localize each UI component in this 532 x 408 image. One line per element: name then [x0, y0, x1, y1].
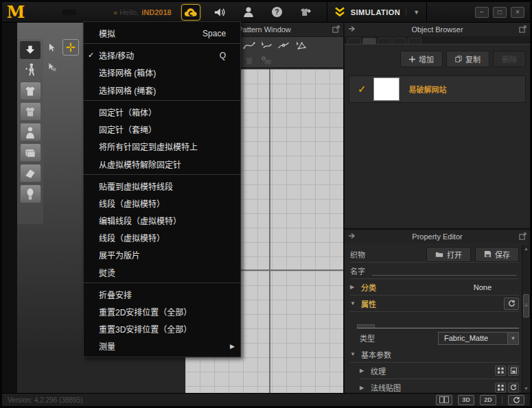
library-thumbnail[interactable] — [20, 184, 41, 203]
trace-tool[interactable] — [259, 53, 274, 67]
menu-option-label: 测量 — [99, 340, 226, 352]
expand-right-icon[interactable] — [360, 368, 367, 374]
help-button[interactable]: ? — [268, 4, 287, 21]
library-thumbnail[interactable] — [20, 164, 41, 182]
dart-tool[interactable] — [242, 53, 257, 67]
open-button[interactable]: 打开 — [426, 247, 471, 262]
menu-option[interactable]: 重置2D安排位置（全部） — [84, 303, 240, 320]
edit-polygon-tool[interactable] — [293, 38, 308, 52]
texture-save-button[interactable] — [508, 365, 519, 376]
menu-option[interactable]: 测量 — [84, 337, 240, 355]
cloud-sync-button[interactable] — [181, 4, 200, 21]
simulation-dropdown-caret[interactable]: ▼ — [406, 9, 419, 16]
menu-option[interactable]: 贴覆到虚拟模特线段 — [84, 178, 240, 195]
view-2d-button[interactable]: 2D — [480, 395, 496, 405]
curve-tool[interactable] — [242, 38, 257, 52]
expand-down-icon[interactable] — [350, 351, 357, 357]
menubar-item[interactable] — [30, 10, 43, 15]
menu-option[interactable]: 选择网格 (箱体) — [84, 64, 240, 81]
maximize-button[interactable]: □ — [493, 7, 507, 18]
pin-tool[interactable] — [43, 58, 60, 75]
scroll-up-icon[interactable]: ▲ — [522, 245, 530, 253]
view-3d-button[interactable]: 3D — [458, 395, 474, 405]
menu-option[interactable]: 线段（虚拟模特） — [84, 229, 240, 246]
material-type-dropdown[interactable]: Fabric_Matte ▼ — [438, 332, 519, 345]
collapse-arrow-icon[interactable] — [348, 232, 356, 239]
menu-option[interactable]: 选择/移动 Q — [84, 47, 240, 64]
split-view-button[interactable] — [436, 395, 452, 405]
download-button[interactable] — [20, 41, 41, 59]
side-tab[interactable] — [394, 325, 410, 328]
property-row[interactable]: 属性 — [350, 296, 519, 312]
library-thumbnail[interactable] — [20, 143, 41, 162]
check-icon[interactable]: ✓ — [358, 83, 367, 95]
menu-option[interactable]: 重置3D安排位置（全部） — [84, 320, 240, 337]
object-browser-tab[interactable] — [378, 38, 391, 44]
library-thumbnail[interactable] — [20, 123, 41, 141]
menu-option-label: 编辑线段（虚拟模特） — [99, 215, 226, 226]
simulation-control[interactable]: SIMULATION ▼ — [327, 2, 428, 23]
library-thumbnail[interactable] — [20, 82, 41, 100]
name-input[interactable] — [372, 266, 516, 276]
scroll-down-icon[interactable]: ▼ — [522, 385, 530, 393]
texture-row[interactable]: 纹理 — [360, 363, 519, 379]
menubar-item[interactable] — [95, 10, 109, 15]
scroll-handle[interactable]: ≡ — [523, 294, 529, 317]
menu-option[interactable]: 编辑线段（虚拟模特） — [84, 212, 240, 229]
object-browser-tab[interactable] — [347, 38, 361, 44]
menu-option[interactable]: 模拟 Space — [84, 24, 240, 44]
category-row[interactable]: 分类 None — [350, 279, 519, 296]
menubar-item[interactable] — [79, 10, 93, 15]
object-browser-tab[interactable] — [362, 38, 376, 44]
side-tab[interactable] — [357, 324, 375, 328]
menu-option[interactable]: 熨烫 — [84, 263, 240, 283]
menu-option[interactable]: 选择网格 (绳套) — [84, 81, 240, 101]
minimize-button[interactable]: − — [475, 7, 489, 18]
menubar-item[interactable] — [46, 10, 60, 15]
curve-point-tool[interactable] — [276, 38, 291, 52]
expand-right-icon[interactable] — [350, 284, 357, 290]
popout-icon[interactable] — [519, 25, 527, 33]
menu-option[interactable]: 将所有针固定到虚拟模特上 — [84, 138, 240, 155]
add-fabric-button[interactable]: 增加 — [400, 51, 443, 67]
texture-grid-button[interactable] — [495, 365, 506, 376]
fabric-swatch[interactable] — [373, 77, 400, 101]
expand-right-icon[interactable] — [360, 385, 367, 391]
property-scrollbar[interactable]: ▲ ≡ ▼ — [522, 245, 529, 393]
move-tool[interactable] — [62, 39, 79, 56]
select-arrow-tool[interactable] — [43, 39, 60, 56]
copy-fabric-button[interactable]: 复制 — [446, 51, 489, 67]
rail-tab[interactable] — [2, 27, 17, 40]
menu-option[interactable]: 固定针（箱体） — [84, 104, 240, 121]
sync-button[interactable] — [508, 395, 524, 405]
popout-icon[interactable] — [519, 232, 527, 240]
object-browser-tab[interactable] — [393, 38, 406, 44]
menu-option[interactable]: 折叠安排 — [84, 286, 240, 303]
fabric-list-item[interactable]: ✓ 易破解网站 — [349, 75, 526, 103]
menu-option[interactable]: 固定针（套绳） — [84, 121, 240, 138]
expand-down-icon[interactable] — [350, 300, 357, 307]
rail-tab[interactable] — [2, 62, 17, 76]
save-button[interactable]: 保存 — [475, 247, 519, 262]
collapse-arrow-icon[interactable] — [348, 25, 356, 32]
menu-option[interactable]: 线段（虚拟模特） — [84, 195, 240, 212]
library-thumbnail[interactable] — [20, 102, 41, 121]
menu-option[interactable]: 从虚拟模特解除固定针 — [84, 155, 240, 175]
menubar-item[interactable] — [62, 10, 76, 15]
refresh-property-button[interactable] — [504, 298, 519, 310]
normal-map-refresh-button[interactable] — [508, 383, 519, 393]
basic-params-row[interactable]: 基本参数 — [350, 346, 519, 363]
popout-icon[interactable] — [332, 25, 340, 33]
account-button[interactable] — [239, 4, 258, 21]
avatar-walk-button[interactable] — [20, 61, 41, 79]
menu-option[interactable]: 展平为版片 — [84, 246, 240, 263]
side-tab[interactable] — [376, 325, 393, 328]
add-garment-button[interactable] — [297, 4, 316, 21]
rail-tab[interactable] — [2, 45, 17, 58]
close-button[interactable]: × — [511, 7, 524, 18]
object-browser-tab[interactable] — [408, 38, 421, 44]
edit-curve-tool[interactable] — [259, 38, 274, 52]
delete-fabric-button[interactable]: 删除 — [493, 51, 526, 67]
normal-map-grid-button[interactable] — [495, 383, 506, 393]
sound-button[interactable] — [210, 4, 229, 21]
